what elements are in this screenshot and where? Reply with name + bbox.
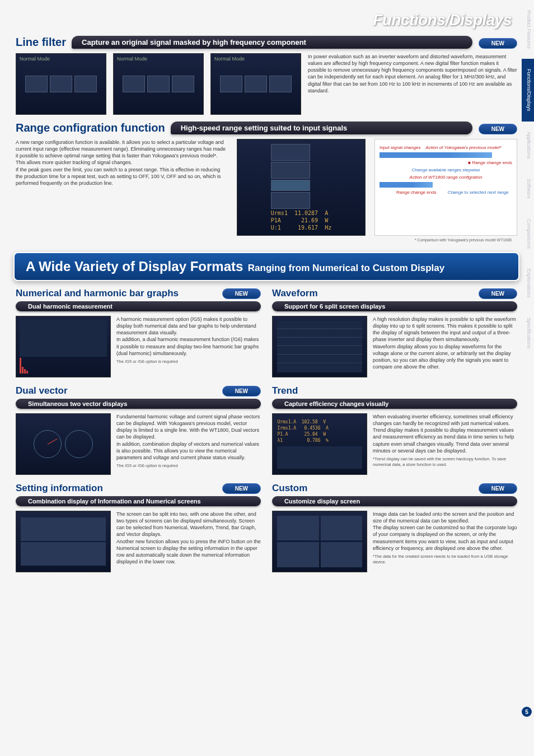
new-badge: NEW [222,288,261,299]
new-badge: NEW [479,38,517,49]
new-badge: NEW [222,386,261,396]
feat-waveform-title: Waveform [272,288,318,299]
new-badge: NEW [222,483,261,494]
section-line-filter-header: Line filter Capture an original signal m… [16,36,517,49]
screenshot-thumb: Normal Mode [113,53,204,115]
feat-custom-body: Image data can be loaded onto the screen… [373,511,517,572]
line-filter-body: In power evaluation such as an inverter … [308,53,517,115]
feat-custom-head: Custom NEW [272,483,517,494]
range-row: A new range configuration function is av… [16,139,517,236]
mega-banner: A Wide Variety of Display Formats Rangin… [13,252,519,281]
diagram-note: * Comparison with Yokogawa's previous mo… [16,238,512,242]
hero-title: Functions/Displays [16,11,517,29]
feat-trend-sub: Capture efficiency changes visually [272,399,517,409]
feat-setting-sub: Combination display of Information and N… [16,496,261,506]
footnote: *The data for the created screen needs t… [373,554,517,565]
feat-setting-head: Setting information NEW [16,483,261,494]
range-diagram: Input signal changes Action of Yokogawa'… [374,139,517,236]
feat-numerical-title: Numerical and harmonic bar graphs [16,288,179,299]
feat-custom-sub: Customize display screen [272,496,517,506]
page-number: 5 [522,707,532,717]
line-filter-row: Normal Mode Normal Mode Normal Mode In p… [16,53,517,115]
screenshot-thumb [16,413,111,475]
range-body: A new range configuration function is av… [16,139,228,236]
feat-trend-title: Trend [272,385,298,396]
screenshot-thumb: Urms1.A 102.58 VIrms1.A 0.4536 AP1.A 25.… [272,413,367,475]
section-range-header: Range configration function High-speed r… [16,122,517,134]
feat-numerical-body: A harmonic measurement option (/G5) make… [116,316,261,377]
feat-waveform-sub: Support for 6 split screen displays [272,301,517,311]
feat-custom-title: Custom [272,483,307,494]
feat-dualvector-head: Dual vector NEW [16,385,261,396]
new-badge: NEW [479,483,517,494]
screenshot-thumb: Normal Mode [16,53,106,115]
footnote: *Trend display can be saved with the scr… [373,456,517,468]
range-subtitle: High-speed range setting suited to input… [171,122,472,134]
line-filter-subtitle: Capture an original signal masked by hig… [72,36,472,49]
screenshot-thumb [272,511,367,572]
feat-numerical-sub: Dual harmonic measurement [16,301,261,311]
feat-trend-head: Trend [272,385,517,396]
screenshot-thumb [16,511,111,572]
screenshot-thumb [16,316,111,377]
new-badge: NEW [479,124,517,134]
footnote: The /G5 or /G6 option is required [116,463,261,469]
screenshot-thumb [272,316,367,377]
feat-dualvector-body: Fundamental harmonic voltage and current… [116,413,261,475]
feat-numerical-head: Numerical and harmonic bar graphs NEW [16,288,261,299]
feat-trend-body: When evaluating inverter efficiency, som… [373,413,517,475]
mega-big: A Wide Variety of Display Formats [26,259,243,274]
feat-dualvector-title: Dual vector [16,385,68,396]
feat-setting-title: Setting information [16,483,103,494]
feat-setting-body: The screen can be split into two, with o… [116,511,261,572]
screenshot-thumb: Urms1 11.0287 A P1A 21.69 W U:1 19.617 H… [237,139,366,236]
feat-dualvector-sub: Simultaneous two vector displays [16,399,261,409]
line-filter-title: Line filter [16,36,66,49]
feat-waveform-body: A high resolution display makes is possi… [373,316,517,377]
mega-small: Ranging from Numerical to Custom Display [248,263,444,273]
range-title: Range configration function [16,122,165,134]
new-badge: NEW [479,288,517,299]
screenshot-thumb: Normal Mode [210,53,301,115]
feat-waveform-head: Waveform NEW [272,288,517,299]
footnote: The /G5 or /G6 option is required [116,359,261,365]
